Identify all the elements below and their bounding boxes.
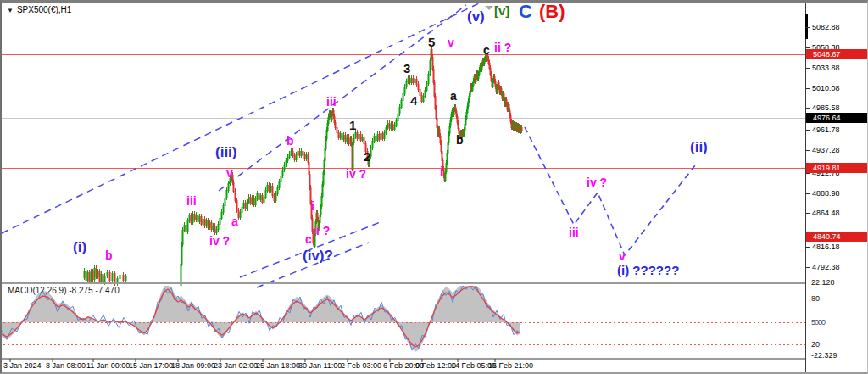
wave-label: C <box>519 3 532 21</box>
date-label: 16 Feb 21:00 <box>488 362 533 370</box>
macd-axis-label: 20 <box>811 341 820 349</box>
wave-label: iv ? <box>346 168 366 180</box>
chevron-down-icon[interactable]: ▼ <box>7 7 14 14</box>
chart-shift-icon <box>485 6 493 10</box>
wave-label: (ii) <box>690 140 708 154</box>
wave-label: (iv)? <box>303 248 333 263</box>
wave-label: b <box>287 135 294 147</box>
price-tag: 4840.74 <box>806 232 868 242</box>
wave-label: (iii) <box>215 145 237 159</box>
date-label: 25 Jan 18:00 <box>256 362 300 370</box>
wave-label: 1 <box>349 119 356 131</box>
price-tick-label: 5010.08 <box>812 85 840 92</box>
wave-label: c <box>483 44 490 56</box>
wave-label: iv ? <box>587 176 607 188</box>
wave-label: v <box>226 167 233 179</box>
wave-label: iv ? <box>209 235 230 247</box>
price-tick-label: 4888.98 <box>812 190 840 198</box>
chart-canvas[interactable] <box>2 3 868 374</box>
symbol-title[interactable]: ▼SPX500(€),H1 <box>7 5 71 14</box>
wave-label: (i) <box>73 240 86 254</box>
wave-label: 2 <box>364 150 370 163</box>
wave-label: a <box>231 215 238 227</box>
price-tick-label: 4816.18 <box>812 243 840 251</box>
price-tag: 4919.81 <box>806 163 868 173</box>
date-label: 3 Jan 2024 <box>3 362 42 370</box>
wave-label: ii ? <box>494 42 511 53</box>
symbol-title-text: SPX500(€),H1 <box>17 5 71 14</box>
wave-label: 4 <box>410 94 417 107</box>
date-label: 8 Jan 08:00 <box>46 362 86 370</box>
date-label: 30 Jan 11:00 <box>298 362 342 370</box>
date-label: 18 Jan 09:00 <box>171 362 215 370</box>
date-label: 23 Jan 02:00 <box>214 362 258 370</box>
wave-label: b <box>105 249 113 261</box>
forecast-zigzag <box>525 127 695 255</box>
date-label: 15 Jan 17:00 <box>129 362 173 370</box>
trading-chart-window: ▼SPX500(€),H1 MACD(12,26,9) -8.275 -7.47… <box>0 0 868 374</box>
trendline <box>219 5 466 191</box>
macd-axis-label: 22.128 <box>811 279 835 287</box>
price-tick-label: 4937.28 <box>812 147 840 154</box>
macd-axis-label: 80 <box>811 295 820 303</box>
price-tick-label: 4864.48 <box>812 209 840 217</box>
price-tick-label: 5082.88 <box>812 24 840 31</box>
wave-label: a <box>450 90 457 102</box>
price-tick-label: 4985.58 <box>812 104 840 112</box>
wave-label: v <box>619 250 626 262</box>
wave-label: 3 <box>403 62 410 75</box>
price-tag: 4976.64 <box>806 113 868 123</box>
price-tag: 5048.67 <box>806 49 868 59</box>
macd-axis-label: 5000 <box>811 319 825 327</box>
wave-label: [v] <box>494 4 509 17</box>
macd-axis-label: -22.329 <box>811 352 837 360</box>
axis-scroll-marker <box>805 14 808 39</box>
wave-label: v <box>448 36 454 48</box>
wave-label: i <box>311 200 314 212</box>
wave-label: iii <box>326 96 337 108</box>
date-label: 11 Jan 00:00 <box>86 362 130 370</box>
price-tick-label: 4792.38 <box>812 264 840 271</box>
wave-label: (i) ?????? <box>617 264 679 276</box>
wave-label: iii <box>569 226 579 238</box>
price-tick-label: 4961.78 <box>812 126 840 134</box>
macd-indicator-label: MACD(12,26,9) -8.275 -7.470 <box>8 286 120 295</box>
wave-label: i <box>440 165 443 177</box>
wave-label: (B) <box>539 3 565 21</box>
wave-label: b <box>456 134 464 146</box>
wave-label: (v) <box>467 9 485 24</box>
wave-label: c <box>305 233 312 245</box>
date-label: 2 Feb 03:00 <box>341 362 381 370</box>
wave-label: ii ? <box>313 225 330 237</box>
wave-label: iii <box>186 195 197 207</box>
price-tick-label: 5033.88 <box>812 64 840 72</box>
wave-label: 5 <box>428 36 435 48</box>
date-label: 9 Feb 12:00 <box>415 362 456 370</box>
